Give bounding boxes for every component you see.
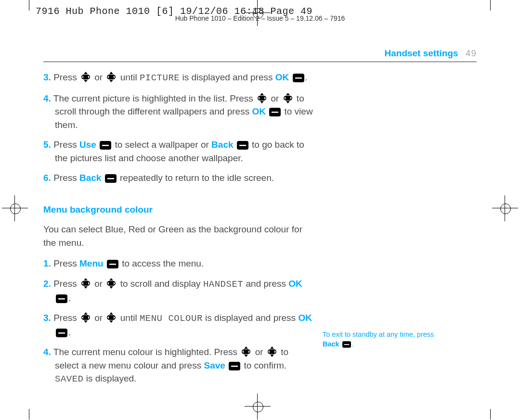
use-label: Use (79, 140, 96, 150)
header-rule (43, 62, 477, 62)
softkey-icon (237, 141, 248, 150)
ok-label: OK (275, 72, 289, 82)
softkey-icon (342, 341, 351, 348)
softkey-icon (105, 174, 117, 183)
step-number: 4. (43, 93, 51, 103)
subsection-intro: You can select Blue, Red or Green as the… (43, 223, 313, 249)
step-number: 1. (43, 258, 51, 268)
navpad-icon (267, 346, 277, 357)
running-head: Handset settings 49 (43, 48, 477, 59)
step-number: 4. (43, 347, 51, 357)
display-text: SAVED (55, 374, 84, 384)
aside-line1: To exit to standby at any time, press (323, 331, 434, 338)
navpad-icon (106, 72, 117, 82)
subsection-heading: Menu background colour (43, 203, 313, 216)
navpad-icon (80, 312, 91, 323)
navpad-icon (106, 278, 117, 289)
softkey-icon (229, 362, 240, 370)
body-column: 3. Press or until PICTURE is displayed a… (43, 71, 313, 386)
step-5: 5. Press Use to select a wallpaper or Ba… (43, 138, 313, 165)
step-number: 6. (43, 173, 51, 183)
margin-note: To exit to standby at any time, press Ba… (323, 330, 472, 349)
menu-step-4: 4. The current menu colour is highlighte… (43, 345, 313, 386)
navpad-icon (257, 93, 267, 103)
menu-step-3: 3. Press or until MENU COLOUR is display… (43, 311, 313, 339)
display-text: MENU COLOUR (140, 313, 203, 324)
softkey-icon (56, 294, 67, 303)
doc-footer: Hub Phone 1010 – Edition 2 – Issue 5 – 1… (0, 14, 520, 22)
ok-label: OK (298, 313, 312, 323)
step-number: 3. (43, 72, 51, 82)
page-number: 49 (466, 48, 477, 58)
navpad-icon (106, 312, 117, 323)
step-number: 2. (43, 279, 51, 289)
display-text: HANDSET (203, 279, 243, 290)
step-6: 6. Press Back repeatedly to return to th… (43, 171, 313, 185)
back-label: Back (79, 173, 101, 183)
softkey-icon (100, 141, 111, 150)
menu-step-2: 2. Press or to scroll and display HANDSE… (43, 277, 313, 305)
section-title: Handset settings (384, 48, 458, 58)
menu-label: Menu (79, 258, 104, 268)
step-number: 5. (43, 140, 51, 150)
aside-back-label: Back (323, 340, 339, 348)
navpad-icon (241, 346, 251, 357)
step-3: 3. Press or until PICTURE is displayed a… (43, 71, 313, 85)
softkey-icon (269, 108, 281, 116)
ok-label: OK (252, 106, 266, 116)
step-number: 3. (43, 313, 51, 323)
menu-step-1: 1. Press Menu to access the menu. (43, 257, 313, 270)
softkey-icon (56, 329, 67, 337)
ok-label: OK (288, 279, 302, 289)
navpad-icon (80, 72, 91, 82)
softkey-icon (107, 260, 118, 268)
step-4: 4. The current picture is highlighted in… (43, 92, 313, 132)
display-text: PICTURE (140, 73, 180, 83)
back-label: Back (211, 140, 233, 150)
navpad-icon (283, 93, 293, 103)
save-label: Save (204, 360, 225, 370)
navpad-icon (80, 278, 91, 289)
softkey-icon (293, 74, 304, 82)
aside-tail: . (352, 340, 354, 348)
page-content: Handset settings 49 3. Press or until PI… (43, 48, 477, 393)
